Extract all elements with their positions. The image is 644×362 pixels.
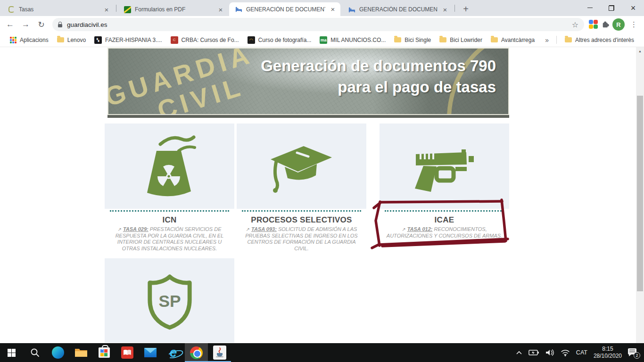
- language-indicator[interactable]: CAT: [576, 349, 587, 356]
- external-link-arrow-icon: ↗: [246, 227, 250, 232]
- chrome-taskbar-button[interactable]: [185, 343, 208, 362]
- battery-icon[interactable]: [528, 349, 539, 356]
- scroll-up-arrow-icon[interactable]: ▲: [636, 47, 644, 55]
- site-favicon: C: [171, 36, 178, 44]
- close-tab-icon[interactable]: ×: [103, 6, 110, 14]
- bed-favicon: [348, 6, 355, 13]
- address-bar[interactable]: guardiacivil.es ☆: [52, 18, 584, 31]
- tasa-093-link[interactable]: TASA 093:: [251, 226, 277, 232]
- notification-center-button[interactable]: 2: [628, 348, 639, 357]
- restore-button[interactable]: [601, 0, 622, 16]
- external-link-arrow-icon: ↗: [402, 227, 405, 232]
- bookmarks-overflow-chevron[interactable]: »: [541, 36, 553, 44]
- windows-logo-icon: [8, 349, 16, 357]
- bookmark-fazer[interactable]: ▚ FAZER-HISPANIA 3....: [90, 36, 166, 44]
- close-window-button[interactable]: ×: [622, 0, 644, 16]
- book-icon: [121, 346, 133, 359]
- forward-button[interactable]: →: [19, 18, 32, 31]
- shield-label: SP: [158, 291, 181, 310]
- tab-generacion-active[interactable]: GENERACIÓN DE DOCUMENTOS ×: [229, 2, 340, 16]
- card-procesos-selectivos: PROCESOS SELECTIVOS ↗ TASA 093: SOLICITU…: [237, 210, 366, 252]
- java-app-button[interactable]: [208, 343, 231, 362]
- bookmark-label: Bici Lowrider: [450, 37, 482, 43]
- tasa-012-link[interactable]: TASA 012:: [407, 226, 433, 232]
- bookmark-folder-avantcarrega[interactable]: Avantcàrrega: [487, 37, 539, 43]
- bookmark-crba[interactable]: C CRBA: Cursos de Fo...: [166, 36, 243, 44]
- reader-app-button[interactable]: [116, 343, 139, 362]
- page-content: GUARDIA CIVIL Generación de documentos 7…: [0, 47, 644, 343]
- nuclear-plant-icon: [134, 131, 205, 202]
- tab-formularios[interactable]: Formularios en PDF ×: [118, 3, 228, 16]
- store-button[interactable]: [92, 343, 116, 362]
- close-tab-icon[interactable]: ×: [217, 6, 224, 14]
- tab-tasas[interactable]: Tasas ×: [2, 3, 115, 16]
- card-title: ICN: [105, 215, 234, 225]
- card-description: ↗ TASA 029: PRESTACIÓN SERVICIOS DE RESP…: [105, 226, 234, 252]
- other-bookmarks-folder[interactable]: Altres adreces d'interès: [561, 37, 638, 43]
- card-sp-iconbox[interactable]: SP: [105, 258, 234, 343]
- tasas-favicon: [8, 6, 15, 13]
- tab-title: GENERACIÓN DE DOCUMENTOS: [246, 6, 325, 13]
- browser-menu-icon[interactable]: ⋮: [627, 20, 640, 29]
- bookmark-folder-lenovo[interactable]: Lenovo: [53, 37, 90, 43]
- bookmark-label: Avantcàrrega: [501, 37, 535, 43]
- scrollbar-thumb[interactable]: [637, 96, 643, 291]
- volume-icon[interactable]: [545, 349, 554, 356]
- folder-icon: [491, 37, 498, 42]
- wifi-icon[interactable]: [561, 349, 570, 356]
- restore-icon: [609, 5, 614, 11]
- profile-avatar[interactable]: R: [612, 18, 625, 31]
- apps-shortcut[interactable]: Aplicacions: [6, 37, 53, 43]
- tab-generacion-2[interactable]: GENERACIÓN DE DOCUMENTOS ×: [342, 3, 453, 16]
- hero-banner: GUARDIA CIVIL Generación de documentos 7…: [107, 48, 509, 115]
- tab-title: GENERACIÓN DE DOCUMENTOS: [359, 6, 438, 13]
- search-button[interactable]: [23, 343, 46, 362]
- card-icae-iconbox[interactable]: [380, 123, 509, 209]
- card-title: ICAE: [380, 215, 509, 225]
- page-title-line: para el pago de tasas: [261, 76, 496, 98]
- internet-explorer-button[interactable]: e: [162, 343, 185, 362]
- tab-title: Tasas: [19, 6, 99, 13]
- bookmark-folder-bici-single[interactable]: Bici Single: [390, 37, 435, 43]
- card-procesos-iconbox[interactable]: [237, 123, 366, 209]
- bookmarks-bar: Aplicacions Lenovo ▚ FAZER-HISPANIA 3...…: [0, 33, 644, 47]
- bookmark-curso-fotografia[interactable]: ◠ Curso de fotografía...: [243, 36, 316, 44]
- bed-favicon: [235, 6, 242, 13]
- card-icn-iconbox[interactable]: [105, 123, 234, 209]
- back-button[interactable]: ←: [4, 18, 17, 31]
- minimize-button[interactable]: [579, 0, 601, 16]
- close-tab-icon[interactable]: ×: [441, 6, 449, 14]
- bookmark-label: FAZER-HISPANIA 3....: [105, 37, 162, 43]
- mail-icon: [144, 348, 157, 357]
- mail-app-button[interactable]: [139, 343, 162, 362]
- tab-title: Formularios en PDF: [135, 6, 213, 13]
- url-text[interactable]: guardiacivil.es: [67, 21, 567, 28]
- vertical-scrollbar[interactable]: ▲: [636, 47, 644, 343]
- start-button[interactable]: [0, 343, 23, 362]
- lock-icon: [58, 24, 62, 27]
- store-icon: [99, 347, 110, 358]
- bookmark-label: Aplicacions: [20, 37, 49, 43]
- hidden-icons-chevron[interactable]: [516, 350, 522, 355]
- extensions-puzzle-icon[interactable]: [601, 20, 610, 29]
- tasa-029-link[interactable]: TASA 029:: [123, 226, 149, 232]
- folder-icon: [565, 37, 572, 42]
- apps-grid-icon: [10, 37, 17, 43]
- browser-toolbar: ← → ↻ guardiacivil.es ☆ R ⋮: [0, 16, 644, 33]
- bookmark-milanuncios[interactable]: ma MIL ANUNCIOS.CO...: [315, 36, 390, 44]
- reload-button[interactable]: ↻: [35, 18, 48, 31]
- file-explorer-button[interactable]: [69, 343, 92, 362]
- guardia-civil-favicon: [124, 6, 131, 13]
- minimize-icon: [587, 8, 593, 8]
- new-tab-button[interactable]: +: [459, 2, 472, 16]
- bookmark-label: CRBA: Cursos de Fo...: [182, 37, 239, 43]
- edge-taskbar-button[interactable]: [46, 343, 69, 362]
- bookmark-label: Bici Single: [405, 37, 431, 43]
- taskbar-clock[interactable]: 8:15 28/10/2020: [594, 346, 622, 360]
- close-tab-icon[interactable]: ×: [329, 5, 337, 13]
- dotted-divider: [385, 210, 504, 212]
- bookmark-folder-bici-lowrider[interactable]: Bici Lowrider: [435, 37, 487, 43]
- extension-icon[interactable]: [589, 20, 598, 29]
- pistol-icon: [409, 139, 480, 193]
- bookmark-star-icon[interactable]: ☆: [572, 20, 578, 29]
